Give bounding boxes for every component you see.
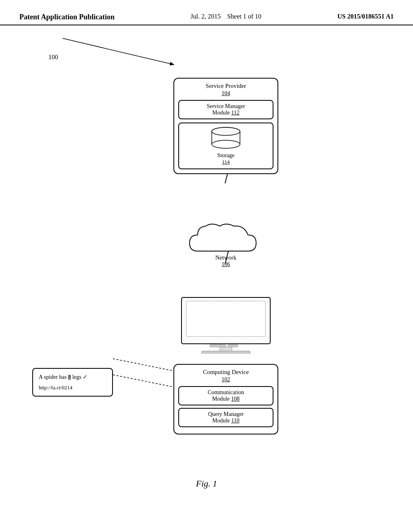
computing-device-title: Computing Device <box>178 369 273 376</box>
communication-module-box: Communication Module 108 <box>178 386 273 405</box>
storage-title: Storage <box>217 152 235 159</box>
fact-text: A spider has 8 legs ✓ <box>39 374 106 380</box>
query-manager-module-box: Query Manager Module 110 <box>178 408 273 427</box>
svg-rect-14 <box>186 301 265 337</box>
ref-100-label: 100 <box>48 54 58 61</box>
header-center: Jul. 2, 2015 Sheet 1 of 10 <box>190 13 261 20</box>
svg-rect-16 <box>228 345 238 347</box>
computing-device-box: Computing Device 102 Communication Modul… <box>173 364 278 434</box>
service-provider-box: Service Provider 104 Service Manager Mod… <box>173 78 278 174</box>
service-manager-title: Service Manager Module 112 <box>181 103 270 116</box>
query-manager-module-title: Query Manager Module 110 <box>181 411 270 424</box>
fact-box: A spider has 8 legs ✓ http://fa.ct/0214 <box>32 368 113 397</box>
storage-ref: 114 <box>222 159 229 165</box>
service-provider-title: Service Provider <box>178 83 273 89</box>
service-manager-ref: 112 <box>231 110 239 116</box>
computing-device-ref: 102 <box>178 376 273 383</box>
publication-date: Jul. 2, 2015 <box>190 13 221 20</box>
service-manager-box: Service Manager Module 112 <box>178 100 273 119</box>
svg-point-9 <box>212 140 240 148</box>
sheet-info: Sheet 1 of 10 <box>227 13 261 20</box>
checkmark-icon: ✓ <box>83 374 88 380</box>
page-header: Patent Application Publication Jul. 2, 2… <box>0 0 413 25</box>
computer-monitor <box>177 295 274 355</box>
svg-rect-18 <box>202 351 250 354</box>
network-cloud: Network 106 <box>181 215 270 268</box>
publication-label: Patent Application Publication <box>19 13 115 21</box>
storage-box: Storage 114 <box>178 123 273 169</box>
svg-rect-15 <box>210 345 226 347</box>
diagram-area: 100 Service Provider 104 Service Manager… <box>0 29 413 513</box>
patent-number: US 2015/0186551 A1 <box>337 13 394 20</box>
svg-point-10 <box>212 127 240 135</box>
figure-label: Fig. 1 <box>196 478 217 489</box>
fact-url: http://fa.ct/0214 <box>39 384 106 391</box>
communication-module-title: Communication Module 108 <box>181 389 270 402</box>
service-provider-ref: 104 <box>178 90 273 97</box>
